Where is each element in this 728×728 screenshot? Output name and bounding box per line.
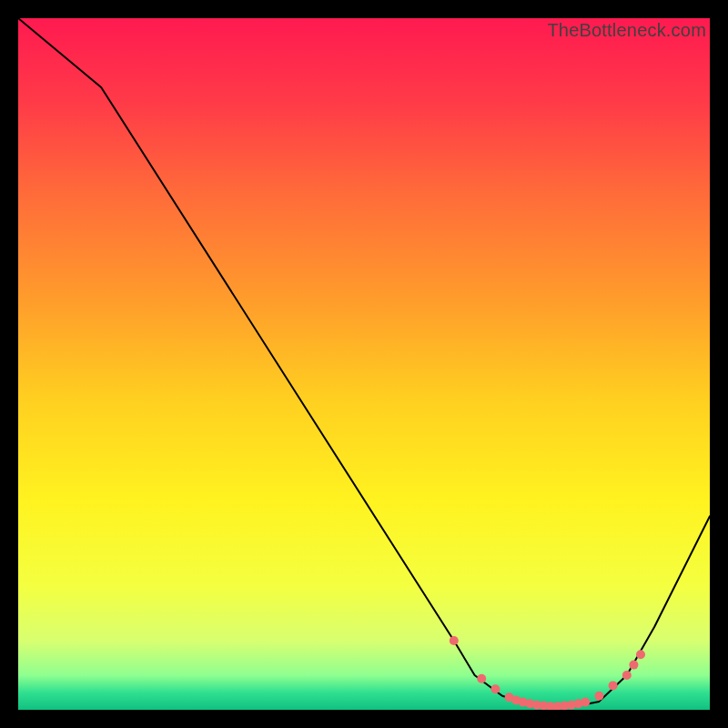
marker-point [490, 684, 500, 693]
watermark-text: TheBottleneck.com [547, 20, 706, 41]
marker-point [594, 692, 603, 701]
marker-point [629, 661, 638, 670]
marker-point [450, 636, 459, 645]
marker-point [477, 674, 486, 683]
marker-point [581, 698, 590, 707]
gradient-background [18, 18, 710, 710]
marker-point [622, 671, 632, 680]
marker-point [636, 650, 645, 659]
chart-svg [18, 18, 710, 710]
marker-point [609, 681, 618, 690]
chart-frame: TheBottleneck.com [18, 18, 710, 710]
plot-area [18, 18, 710, 710]
